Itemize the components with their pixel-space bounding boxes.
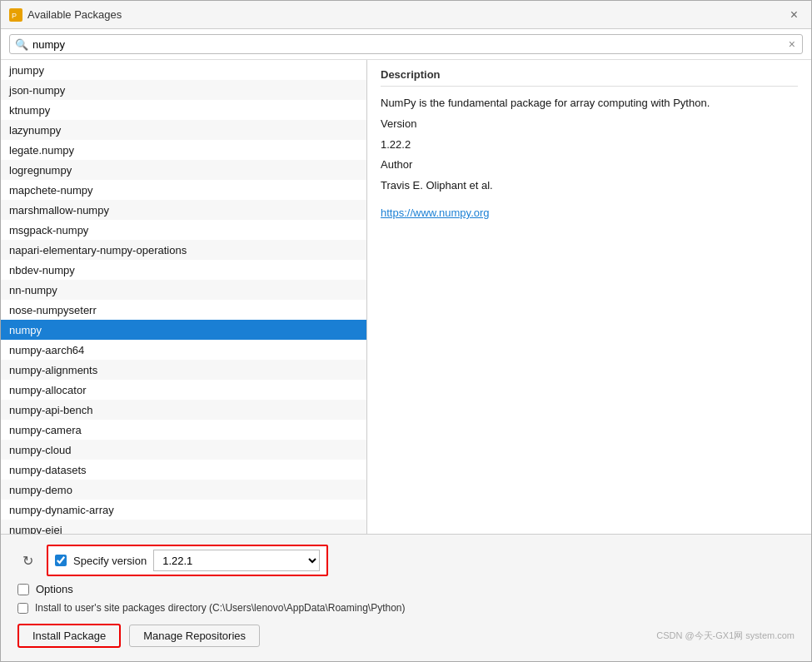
list-item[interactable]: numpy-aarch64 [1, 340, 366, 360]
search-wrapper: 🔍 × [9, 34, 803, 54]
list-item[interactable]: marshmallow-numpy [1, 200, 366, 220]
svg-text:P: P [12, 12, 17, 20]
list-item[interactable]: numpy-demo [1, 480, 366, 500]
list-item[interactable]: logregnumpy [1, 160, 366, 180]
list-item[interactable]: numpy-dynamic-array [1, 500, 366, 520]
install-path-row: Install to user's site packages director… [9, 599, 803, 617]
list-item[interactable]: json-numpy [1, 80, 366, 100]
list-item[interactable]: numpy-eiei [1, 520, 366, 534]
options-label: Options [36, 583, 73, 595]
close-button[interactable]: × [785, 6, 803, 24]
list-item[interactable]: mapchete-numpy [1, 180, 366, 200]
description-panel: Description NumPy is the fundamental pac… [367, 60, 811, 534]
install-path-label: Install to user's site packages director… [35, 602, 406, 614]
app-icon: P [9, 8, 22, 22]
refresh-button[interactable]: ↻ [17, 551, 38, 570]
clear-search-button[interactable]: × [787, 37, 797, 51]
list-item[interactable]: numpy-api-bench [1, 400, 366, 420]
package-link[interactable]: https://www.numpy.org [381, 207, 798, 219]
options-checkbox[interactable] [17, 584, 29, 595]
install-package-button[interactable]: Install Package [17, 624, 121, 648]
main-content: jnumpyjson-numpyktnumpylazynumpylegate.n… [1, 60, 811, 534]
search-input[interactable] [32, 38, 787, 51]
list-item[interactable]: numpy-datasets [1, 460, 366, 480]
list-item[interactable]: numpy-cloud [1, 440, 366, 460]
list-item[interactable]: numpy-allocator [1, 380, 366, 400]
specify-version-container: Specify version 1.22.11.22.01.21.61.21.5… [47, 545, 328, 576]
specify-version-label: Specify version [73, 555, 147, 567]
list-item[interactable]: legate.numpy [1, 140, 366, 160]
list-item[interactable]: nose-numpyseterr [1, 300, 366, 320]
list-item[interactable]: msgpack-numpy [1, 220, 366, 240]
list-item[interactable]: numpy [1, 320, 366, 340]
list-item[interactable]: ktnumpy [1, 100, 366, 120]
version-value: 1.22.2 [381, 137, 798, 154]
list-item[interactable]: numpy-camera [1, 420, 366, 440]
install-path-checkbox[interactable] [17, 603, 28, 614]
available-packages-dialog: P Available Packages × 🔍 × jnumpyjson-nu… [0, 0, 812, 662]
list-item[interactable]: numpy-alignments [1, 360, 366, 380]
description-header: Description [381, 68, 798, 87]
list-item[interactable]: nn-numpy [1, 280, 366, 300]
description-body: NumPy is the fundamental package for arr… [381, 95, 798, 112]
options-row: Options [9, 580, 803, 599]
search-bar: 🔍 × [1, 29, 811, 60]
list-item[interactable]: napari-elementary-numpy-operations [1, 240, 366, 260]
window-title: Available Packages [27, 8, 785, 21]
title-bar: P Available Packages × [1, 1, 811, 29]
watermark: CSDN @今天-GX1网 system.com [656, 630, 795, 642]
bottom-controls: ↻ Specify version 1.22.11.22.01.21.61.21… [1, 534, 811, 661]
list-item[interactable]: lazynumpy [1, 120, 366, 140]
manage-repositories-button[interactable]: Manage Repositories [129, 625, 260, 647]
version-select[interactable]: 1.22.11.22.01.21.61.21.51.20.3 [153, 550, 320, 571]
package-list[interactable]: jnumpyjson-numpyktnumpylazynumpylegate.n… [1, 60, 367, 534]
author-value: Travis E. Oliphant et al. [381, 177, 798, 195]
list-item[interactable]: jnumpy [1, 60, 366, 80]
footer-buttons: Install Package Manage Repositories CSDN… [9, 617, 803, 655]
version-label: Version [381, 116, 798, 133]
list-item[interactable]: nbdev-numpy [1, 260, 366, 280]
author-label: Author [381, 157, 798, 174]
specify-version-checkbox[interactable] [55, 555, 67, 566]
search-icon: 🔍 [15, 38, 28, 51]
